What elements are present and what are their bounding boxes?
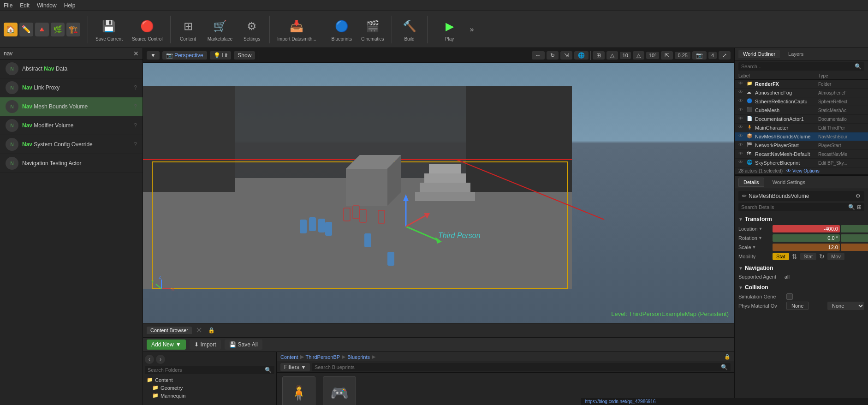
details-settings-icon[interactable]: ⚙ <box>856 193 861 199</box>
eye-icon-mainchar[interactable]: 👁 <box>738 125 745 131</box>
rotate-btn[interactable]: ↻ <box>547 51 559 60</box>
nav-item-navtest[interactable]: N Navigation Testing Actor <box>0 154 143 173</box>
menu-edit[interactable]: Edit <box>20 2 30 9</box>
toolbar-expand[interactable]: » <box>470 25 474 34</box>
mode-icon-5[interactable]: 🏗️ <box>66 23 80 36</box>
menu-file[interactable]: File <box>4 2 12 9</box>
content-button[interactable]: ⊞ Content <box>174 15 202 43</box>
maximize-btn[interactable]: ⤢ <box>719 51 731 60</box>
phys-none-button[interactable]: None <box>786 302 809 310</box>
mode-icon-4[interactable]: 🌿 <box>51 23 65 36</box>
perspective-btn[interactable]: 📷 Perspective <box>162 51 207 60</box>
asset-controller[interactable]: 🎮 Controller <box>321 376 358 405</box>
nav-forward-button[interactable]: › <box>156 355 165 364</box>
build-button[interactable]: 🔨 Build <box>396 15 423 43</box>
filters-button[interactable]: Filters ▼ <box>280 363 310 371</box>
nav-back-button[interactable]: ‹ <box>145 355 154 364</box>
outliner-item-renderfx[interactable]: 👁 📁 RenderFX Folder <box>735 80 868 89</box>
rotation-y-input[interactable] <box>841 234 868 242</box>
cb-close-icon[interactable]: ✕ <box>196 325 202 335</box>
sim-gen-checkbox[interactable] <box>786 293 793 300</box>
source-control-button[interactable]: 🔴 Source Control <box>128 15 166 43</box>
eye-icon-cubemesh[interactable]: 👁 <box>738 107 745 113</box>
outliner-item-docactor[interactable]: 👁 📄 DocumentationActor1 Documentatio <box>735 115 868 124</box>
menu-help[interactable]: Help <box>64 2 76 9</box>
eye-icon-recastnavmesh[interactable]: 👁 <box>738 151 745 157</box>
path-item-thirdpersonbp[interactable]: ThirdPersonBP <box>306 354 340 360</box>
eye-icon-skysphere[interactable]: 👁 <box>738 160 745 166</box>
path-item-content[interactable]: Content <box>280 354 298 360</box>
path-item-blueprints[interactable]: Blueprints <box>347 354 370 360</box>
eye-icon-docactor[interactable]: 👁 <box>738 116 745 122</box>
location-y-input[interactable] <box>841 225 868 232</box>
grid-size-value[interactable]: 10 <box>620 52 631 59</box>
viewport[interactable]: Third Person X Z Y Level: ThirdPersonExa… <box>143 63 734 323</box>
lit-btn[interactable]: 💡 Lit <box>210 51 232 60</box>
scale-snap-btn[interactable]: ⇱ <box>661 51 673 60</box>
nav-item-abstract[interactable]: N Abstract Nav Data <box>0 60 143 78</box>
view-options-button[interactable]: 👁 View Options <box>786 168 820 173</box>
cb-settings-icon[interactable]: 🔒 <box>724 354 731 360</box>
mode-icon-2[interactable]: ✏️ <box>19 23 33 36</box>
outliner-tab[interactable]: World Outliner <box>738 50 780 58</box>
grid-snap-btn[interactable]: △ <box>606 51 618 60</box>
nav-item-modifier-volume[interactable]: N Nav Modifier Volume ? <box>0 116 143 135</box>
vp-dropdown-btn[interactable]: ▼ <box>147 51 160 60</box>
import-datasmith-button[interactable]: 📥 Import Datasmith... <box>273 15 320 43</box>
settings-button[interactable]: ⚙ Settings <box>238 15 266 43</box>
blueprints-button[interactable]: 🔵 Blueprints <box>328 15 356 43</box>
folder-mannequin[interactable]: 📁 Mannequin <box>145 392 274 399</box>
save-all-button[interactable]: 💾 Save All <box>225 339 262 350</box>
phys-material-select[interactable]: None <box>827 302 864 310</box>
outliner-search-input[interactable] <box>741 64 855 69</box>
location-x-input[interactable] <box>773 225 840 232</box>
nav-item-link-proxy[interactable]: N Nav Link Proxy ? <box>0 78 143 97</box>
asset-character[interactable]: 🧍 Character <box>280 376 317 405</box>
cinematics-button[interactable]: 🎬 Cinematics <box>357 15 387 43</box>
scale-snap-value[interactable]: 0.25 <box>675 52 690 59</box>
outliner-item-sphere-reflect[interactable]: 👁 🔵 SphereReflectionCaptu SphereReflect <box>735 97 868 106</box>
mode-icon-1[interactable]: 🏠 <box>4 23 18 36</box>
scale-btn[interactable]: ⇲ <box>560 51 572 60</box>
menu-window[interactable]: Window <box>37 2 57 9</box>
import-button[interactable]: ⬇ Import <box>190 339 221 350</box>
transform-section-header[interactable]: ▼ Transform <box>738 214 864 224</box>
folder-geometry[interactable]: 📁 Geometry <box>145 384 274 392</box>
add-new-button[interactable]: Add New ▼ <box>147 339 186 350</box>
eye-icon-renderfx[interactable]: 👁 <box>738 81 745 87</box>
details-search-input[interactable] <box>741 204 848 210</box>
collision-section-header[interactable]: ▼ Collision <box>738 282 864 292</box>
outliner-item-cubemesh[interactable]: 👁 ⬛ CubeMesh StaticMeshAc <box>735 106 868 115</box>
world-settings-tab[interactable]: World Settings <box>768 178 810 186</box>
camera-speed-value[interactable]: 4 <box>708 52 717 59</box>
outliner-item-mainchar[interactable]: 👁 🧍 MainCharacter Edit ThirdPer <box>735 124 868 132</box>
details-grid-icon[interactable]: ⊞ <box>857 204 862 210</box>
left-panel-close-button[interactable]: ✕ <box>133 50 139 57</box>
details-tab[interactable]: Details <box>738 178 764 187</box>
rotation-x-input[interactable] <box>773 234 840 242</box>
folder-search-input[interactable] <box>148 367 265 373</box>
marketplace-button[interactable]: 🛒 Marketplace <box>204 15 236 43</box>
camera-speed-btn[interactable]: 📷 <box>692 51 707 60</box>
cb-lock-icon[interactable]: 🔒 <box>208 327 215 334</box>
nav-item-mesh-bounds[interactable]: N Nav Mesh Bounds Volume ? <box>0 97 143 116</box>
save-current-button[interactable]: 💾 Save Current <box>92 15 126 43</box>
world-btn[interactable]: 🌐 <box>574 51 589 60</box>
scale-y-input[interactable] <box>841 244 868 251</box>
asset-search-input[interactable] <box>315 364 721 370</box>
eye-icon-sphere-reflect[interactable]: 👁 <box>738 98 745 105</box>
navigation-section-header[interactable]: ▼ Navigation <box>738 263 864 273</box>
eye-icon-navmeshbounds[interactable]: 👁 <box>738 133 745 140</box>
mov-button[interactable]: Mov <box>827 253 844 260</box>
actor-name-input[interactable] <box>749 193 856 199</box>
show-btn[interactable]: Show <box>234 51 255 60</box>
layers-tab[interactable]: Layers <box>784 50 808 58</box>
stat-button-2[interactable]: Stat <box>800 253 817 260</box>
eye-icon-networkplayer[interactable]: 👁 <box>738 142 745 149</box>
outliner-item-skysphere[interactable]: 👁 🌐 SkySphereBlueprint Edit BP_Sky... <box>735 159 868 167</box>
play-button[interactable]: ▶ Play <box>431 15 468 43</box>
folder-content[interactable]: 📁 Content <box>145 376 274 384</box>
outliner-item-recastnavmesh[interactable]: 👁 🗺 RecastNavMesh-Default RecastNavMe <box>735 150 868 159</box>
rotation-snap-value[interactable]: 10° <box>646 52 660 59</box>
outliner-item-atmosfog[interactable]: 👁 ☁ AtmosphericFog AtmosphericF <box>735 89 868 97</box>
